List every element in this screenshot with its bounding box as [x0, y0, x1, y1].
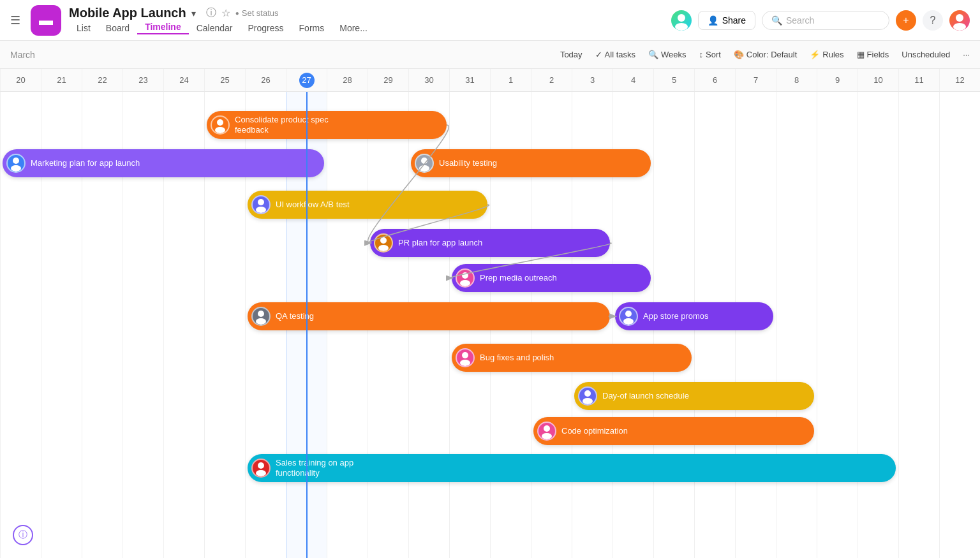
search-box[interactable]: 🔍 Search — [762, 11, 889, 30]
task-avatar-t2 — [6, 154, 26, 173]
today-line — [306, 92, 308, 558]
task-label-t4: UI workflow A/B test — [276, 200, 350, 210]
info-circle-button[interactable]: ⓘ — [13, 525, 33, 545]
svg-point-0 — [678, 14, 685, 22]
project-title: Mobile App Launch — [69, 6, 186, 20]
info-icon[interactable]: ⓘ — [206, 6, 216, 20]
fields-icon: ▦ — [857, 50, 865, 59]
date-cell-8: 8 — [776, 69, 817, 91]
avatar — [671, 10, 692, 31]
task-bar-t8[interactable]: App store promos — [615, 302, 773, 330]
task-label-t1: Consolidate product spec feedback — [235, 115, 350, 135]
task-avatar-t3 — [415, 154, 434, 173]
gantt-column-20 — [817, 92, 858, 558]
star-icon[interactable]: ☆ — [221, 7, 230, 19]
task-avatar-t9 — [456, 348, 475, 367]
date-cell-24: 24 — [163, 69, 204, 91]
tab-progress[interactable]: Progress — [241, 23, 292, 33]
help-button[interactable]: ? — [923, 10, 943, 31]
date-cell-7: 7 — [735, 69, 776, 91]
header-right: 👤 Share 🔍 Search + ? — [671, 10, 970, 31]
gantt-column-19 — [776, 92, 817, 558]
more-options-button[interactable]: ··· — [963, 50, 970, 59]
svg-point-16 — [460, 280, 470, 286]
svg-point-3 — [953, 23, 966, 31]
ellipsis-icon: ··· — [963, 50, 970, 59]
task-bar-t7[interactable]: QA testing — [248, 302, 610, 330]
app-header: ☰ ▬ Mobile App Launch ▾ ⓘ ☆ ● Set status… — [0, 0, 980, 41]
task-bar-t5[interactable]: PR plan for app launch — [370, 229, 610, 257]
svg-point-14 — [378, 245, 389, 251]
date-cell-21: 21 — [41, 69, 82, 91]
task-bar-t4[interactable]: UI workflow A/B test — [248, 191, 487, 219]
date-cell-2: 2 — [531, 69, 572, 91]
date-cell-20: 20 — [0, 69, 41, 91]
task-bar-t6[interactable]: Prep media outreach — [452, 264, 651, 292]
add-button[interactable]: + — [896, 10, 916, 31]
all-tasks-button[interactable]: ✓ All tasks — [595, 50, 635, 59]
date-cell-11: 11 — [898, 69, 939, 91]
app-logo[interactable]: ▬ — [31, 5, 61, 36]
month-label: March — [10, 50, 35, 60]
task-label-t2: Marketing plan for app launch — [31, 158, 140, 168]
svg-point-13 — [380, 237, 387, 244]
date-cell-23: 23 — [122, 69, 163, 91]
color-button[interactable]: 🎨 Color: Default — [734, 50, 797, 59]
tab-calendar[interactable]: Calendar — [189, 23, 241, 33]
task-label-t7: QA testing — [276, 311, 314, 321]
unscheduled-button[interactable]: Unscheduled — [902, 50, 950, 59]
task-avatar-t6 — [456, 268, 475, 288]
svg-point-2 — [956, 14, 963, 22]
menu-icon[interactable]: ☰ — [10, 13, 20, 27]
tab-forms[interactable]: Forms — [292, 23, 332, 33]
task-avatar-t7 — [251, 307, 271, 326]
svg-point-5 — [217, 119, 223, 126]
calendar-area: 202122232425262728293031123456789101112 … — [0, 69, 980, 558]
date-cell-12: 12 — [939, 69, 980, 91]
date-cell-30: 30 — [408, 69, 449, 91]
task-label-t10: Day-of launch schedule — [602, 391, 689, 401]
task-label-t5: PR plan for app launch — [398, 238, 482, 248]
svg-point-22 — [460, 360, 470, 366]
user-avatar[interactable] — [949, 10, 970, 31]
tab-list[interactable]: List — [69, 23, 98, 33]
task-avatar-t12 — [251, 459, 271, 478]
fields-button[interactable]: ▦ Fields — [857, 50, 889, 59]
date-cell-22: 22 — [82, 69, 122, 91]
tab-more[interactable]: More... — [332, 23, 375, 33]
sort-icon: ↕ — [699, 50, 704, 59]
tab-timeline[interactable]: Timeline — [137, 22, 189, 34]
svg-point-27 — [258, 462, 264, 469]
task-bar-t3[interactable]: Usability testing — [411, 149, 651, 177]
task-bar-t11[interactable]: Code optimization — [533, 417, 814, 445]
svg-point-9 — [421, 158, 427, 164]
svg-point-1 — [675, 23, 688, 31]
timeline-toolbar: March Today ✓ All tasks 🔍 Weeks ↕ Sort 🎨… — [0, 41, 980, 69]
task-label-t11: Code optimization — [561, 426, 628, 436]
tab-board[interactable]: Board — [98, 23, 137, 33]
gantt-column-23 — [939, 92, 980, 558]
weeks-button[interactable]: 🔍 Weeks — [648, 50, 687, 59]
today-button[interactable]: Today — [560, 50, 583, 59]
color-icon: 🎨 — [734, 50, 744, 59]
svg-point-18 — [256, 318, 266, 325]
set-status-button[interactable]: ● Set status — [235, 8, 279, 18]
sort-button[interactable]: ↕ Sort — [699, 50, 721, 59]
task-bar-t10[interactable]: Day-of launch schedule — [574, 382, 814, 410]
share-button[interactable]: 👤 Share — [698, 11, 755, 30]
task-bar-t9[interactable]: Bug fixes and polish — [452, 344, 692, 372]
gantt-body: Consolidate product spec feedbackMarketi… — [0, 92, 980, 558]
date-cell-10: 10 — [858, 69, 898, 91]
rules-button[interactable]: ⚡ Rules — [810, 50, 843, 59]
task-bar-t2[interactable]: Marketing plan for app launch — [3, 149, 324, 177]
date-cell-5: 5 — [653, 69, 694, 91]
logo-icon: ▬ — [39, 12, 53, 29]
task-bar-t1[interactable]: Consolidate product spec feedback — [207, 111, 447, 139]
svg-point-21 — [462, 352, 468, 358]
chevron-down-icon[interactable]: ▾ — [191, 8, 196, 18]
task-bar-t12[interactable]: Sales training on app functionality — [248, 454, 896, 482]
svg-point-8 — [11, 165, 21, 172]
svg-point-7 — [13, 158, 19, 164]
nav-tabs: List Board Timeline Calendar Progress Fo… — [69, 22, 375, 34]
svg-point-28 — [256, 470, 266, 476]
